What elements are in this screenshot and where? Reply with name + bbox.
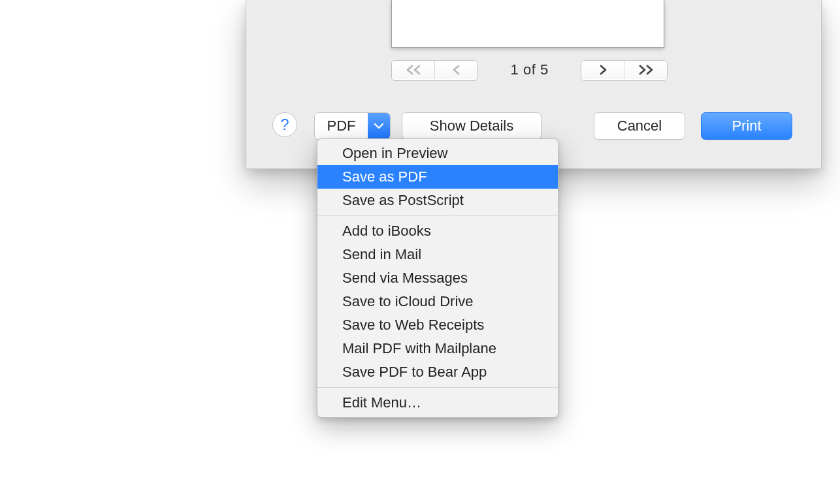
last-page-button[interactable]: [624, 61, 667, 79]
help-button[interactable]: ?: [272, 112, 297, 137]
nav-back-segment: [391, 60, 478, 81]
menu-item[interactable]: Save as PDF: [317, 165, 558, 189]
nav-forward-segment: [581, 60, 668, 81]
next-page-button[interactable]: [581, 61, 624, 79]
print-button[interactable]: Print: [701, 112, 792, 140]
pdf-dropdown[interactable]: PDF: [314, 112, 391, 140]
menu-item[interactable]: Mail PDF with Mailplane: [317, 337, 558, 360]
prev-page-button[interactable]: [434, 61, 477, 79]
dialog-footer: ? PDF Show Details Cancel Print: [272, 112, 795, 138]
double-chevron-right-icon: [636, 65, 656, 75]
chevron-left-icon: [451, 65, 462, 75]
menu-item[interactable]: Add to iBooks: [317, 219, 558, 243]
menu-item[interactable]: Open in Preview: [317, 142, 558, 165]
menu-item[interactable]: Save PDF to Bear App: [317, 360, 558, 384]
menu-item[interactable]: Save to iCloud Drive: [317, 290, 558, 313]
menu-group-2: Add to iBooksSend in MailSend via Messag…: [317, 219, 558, 384]
menu-item[interactable]: Edit Menu…: [317, 391, 558, 415]
page-preview: [391, 0, 664, 48]
chevron-right-icon: [597, 65, 609, 75]
pdf-dropdown-label: PDF: [315, 113, 368, 139]
pdf-dropdown-arrow: [368, 113, 390, 139]
pdf-dropdown-menu: Open in PreviewSave as PDFSave as PostSc…: [317, 138, 558, 418]
menu-item[interactable]: Send in Mail: [317, 243, 558, 266]
menu-group-3: Edit Menu…: [317, 391, 558, 415]
page-indicator: 1 of 5: [481, 60, 579, 80]
menu-item[interactable]: Save as PostScript: [317, 189, 558, 212]
menu-separator: [317, 215, 558, 216]
menu-item[interactable]: Send via Messages: [317, 266, 558, 290]
menu-item[interactable]: Save to Web Receipts: [317, 313, 558, 337]
chevron-down-icon: [374, 123, 384, 129]
menu-group-1: Open in PreviewSave as PDFSave as PostSc…: [317, 142, 558, 212]
cancel-button[interactable]: Cancel: [594, 112, 685, 140]
help-icon: ?: [280, 116, 289, 134]
first-page-button[interactable]: [392, 61, 434, 79]
show-details-button[interactable]: Show Details: [402, 112, 541, 140]
menu-separator: [317, 387, 558, 388]
preview-navigation: 1 of 5: [391, 60, 815, 80]
double-chevron-left-icon: [404, 65, 423, 75]
